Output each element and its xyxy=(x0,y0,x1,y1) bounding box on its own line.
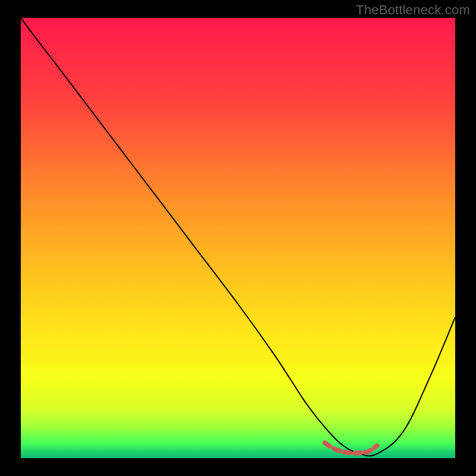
optimal-range-marker xyxy=(325,443,377,453)
bottleneck-curve xyxy=(21,18,455,456)
curve-layer xyxy=(21,18,455,458)
chart-frame: TheBottleneck.com xyxy=(0,0,476,476)
plot-area xyxy=(21,18,455,458)
watermark-text: TheBottleneck.com xyxy=(356,2,470,18)
